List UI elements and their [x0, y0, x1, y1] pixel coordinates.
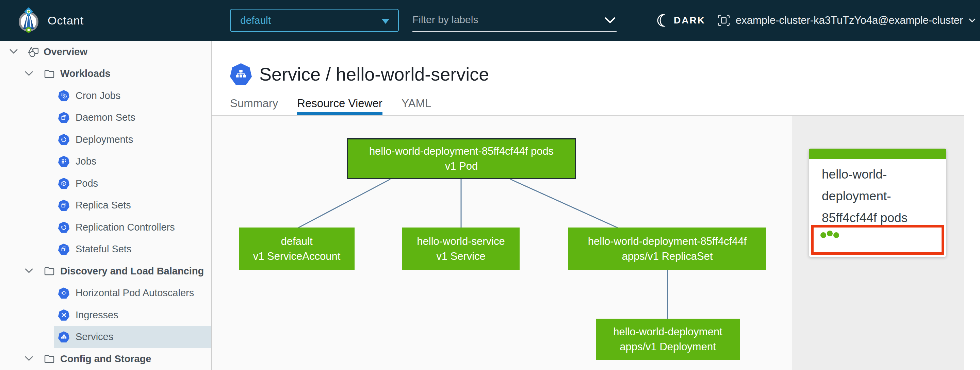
sidebar-item-label: Pods — [0, 178, 98, 189]
page-title: Service / hello-world-service — [259, 64, 489, 85]
app-title: Octant — [48, 0, 84, 41]
pod-status-dot — [833, 232, 839, 238]
node-name: default — [281, 234, 312, 249]
sidebar-nav: Overview Workloads Cron Jobs Daemon Sets… — [0, 41, 212, 370]
sidebar-item-label: Jobs — [0, 156, 96, 167]
chevron-down-icon[interactable] — [24, 265, 36, 277]
node-kind: apps/v1 ReplicaSet — [622, 249, 713, 264]
node-name: hello-world-deployment — [613, 324, 722, 340]
dark-theme-toggle[interactable]: DARK — [655, 0, 705, 41]
pod-status-dot — [827, 230, 833, 237]
tab-bar: Summary Resource Viewer YAML — [230, 92, 450, 115]
pod-summary-card[interactable]: hello-world-deployment-85ff4cf44f pods — [809, 149, 946, 257]
sidebar-item-label: Workloads — [0, 68, 111, 79]
chevron-down-icon[interactable] — [24, 68, 36, 80]
sidebar-item-label: Horizontal Pod Autoscalers — [0, 287, 194, 299]
chevron-down-icon[interactable] — [24, 353, 36, 365]
folder-icon — [43, 354, 55, 364]
vertical-scrollbar[interactable] — [964, 41, 980, 370]
sidebar-item-config-and-storage[interactable]: Config and Storage — [0, 348, 211, 370]
pod-group-title: hello-world-deployment-85ff4cf44f pods — [822, 164, 937, 229]
graph-node-serviceaccount[interactable]: default v1 ServiceAccount — [239, 227, 355, 270]
sidebar-item-jobs[interactable]: Jobs — [0, 151, 211, 173]
sidebar-item-services[interactable]: Services — [0, 326, 211, 348]
folder-icon — [43, 266, 55, 276]
sidebar-item-overview[interactable]: Overview — [0, 41, 211, 63]
graph-node-pod[interactable]: hello-world-deployment-85ff4cf44f pods v… — [347, 138, 576, 179]
cluster-context-menu[interactable]: example-cluster-ka3TuTzYo4a@example-clus… — [717, 0, 976, 41]
sidebar-item-ingresses[interactable]: Ingresses — [0, 304, 211, 326]
node-detail-panel: hello-world-deployment-85ff4cf44f pods — [792, 116, 964, 370]
folder-icon — [43, 69, 55, 79]
moon-icon — [655, 14, 668, 27]
pod-status-dot — [821, 232, 826, 238]
dropdown-caret-icon — [382, 19, 389, 24]
sidebar-item-deployments[interactable]: Deployments — [0, 129, 211, 151]
namespace-dropdown-value: default — [240, 14, 271, 26]
filter-labels-input[interactable] — [412, 10, 596, 30]
sidebar-item-workloads[interactable]: Workloads — [0, 63, 211, 85]
node-kind: v1 ServiceAccount — [253, 249, 340, 264]
overview-icon — [27, 46, 40, 57]
octant-logo-icon — [18, 8, 40, 33]
sidebar-item-label: Replication Controllers — [0, 222, 175, 233]
sidebar-item-label: Services — [0, 331, 113, 343]
node-kind: apps/v1 Deployment — [620, 340, 716, 354]
chevron-down-icon — [969, 18, 976, 23]
sidebar-item-replication-controllers[interactable]: Replication Controllers — [0, 216, 211, 238]
pod-status-box-highlighted[interactable] — [811, 225, 944, 255]
status-bar-green — [809, 149, 946, 159]
host-icon — [717, 14, 730, 27]
octant-app: Octant default DARK example-c — [0, 0, 980, 370]
sidebar-item-discovery-and-load-balancing[interactable]: Discovery and Load Balancing — [0, 260, 211, 282]
sidebar-item-replica-sets[interactable]: Replica Sets — [0, 195, 211, 217]
pod-status-dots — [821, 232, 840, 240]
tab-yaml[interactable]: YAML — [401, 92, 431, 115]
node-name: hello-world-service — [417, 234, 504, 249]
service-icon — [230, 63, 252, 85]
sidebar-item-horizontal-pod-autoscalers[interactable]: Horizontal Pod Autoscalers — [0, 282, 211, 304]
tab-resource-viewer[interactable]: Resource Viewer — [297, 92, 382, 115]
chevron-down-icon[interactable] — [8, 46, 21, 58]
cluster-context-label: example-cluster-ka3TuTzYo4a@example-clus… — [736, 14, 963, 27]
top-navbar: Octant default DARK example-c — [0, 0, 980, 41]
sidebar-item-cron-jobs[interactable]: Cron Jobs — [0, 85, 211, 107]
graph-node-replicaset[interactable]: hello-world-deployment-85ff4cf44f apps/v… — [568, 227, 766, 270]
graph-node-service[interactable]: hello-world-service v1 Service — [402, 227, 520, 270]
sidebar-item-label: Config and Storage — [0, 353, 151, 365]
sidebar-item-stateful-sets[interactable]: Stateful Sets — [0, 238, 211, 260]
resource-viewer-canvas[interactable]: hello-world-deployment-85ff4cf44f pods v… — [212, 116, 792, 370]
node-name: hello-world-deployment-85ff4cf44f — [588, 234, 746, 249]
sidebar-item-pods[interactable]: Pods — [0, 172, 211, 195]
node-kind: v1 Service — [436, 249, 485, 264]
theme-toggle-label: DARK — [674, 15, 705, 26]
node-kind: v1 Pod — [445, 159, 478, 174]
filter-labels-field — [412, 10, 617, 32]
namespace-dropdown[interactable]: default — [230, 9, 399, 32]
content-header: Service / hello-world-service Summary Re… — [212, 41, 964, 115]
graph-node-deployment[interactable]: hello-world-deployment apps/v1 Deploymen… — [596, 319, 740, 360]
tab-summary[interactable]: Summary — [230, 92, 278, 115]
chevron-down-icon[interactable] — [605, 16, 616, 24]
sidebar-item-daemon-sets[interactable]: Daemon Sets — [0, 107, 211, 129]
node-name: hello-world-deployment-85ff4cf44f pods — [369, 144, 554, 159]
